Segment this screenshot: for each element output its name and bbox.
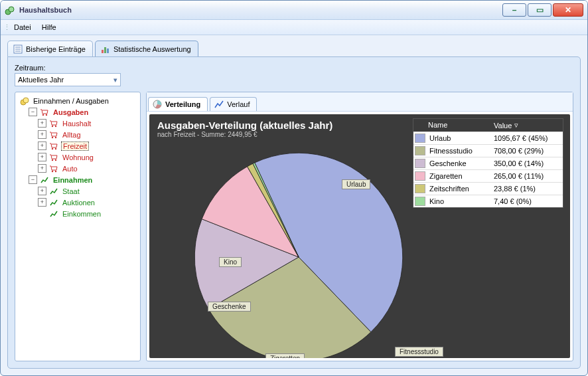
income-icon [48, 187, 59, 196]
legend-name: Zeitschriften [427, 183, 491, 194]
period-row: Zeitraum: Aktuelles Jahr ▾ [15, 64, 573, 86]
svg-point-16 [55, 136, 56, 138]
svg-point-17 [52, 147, 53, 149]
expand-icon[interactable]: + [38, 153, 46, 161]
svg-point-15 [52, 136, 53, 138]
cart-icon [48, 164, 59, 173]
legend-swatch [415, 159, 425, 168]
svg-point-13 [52, 125, 53, 126]
legend-header-name[interactable]: Name [425, 119, 491, 132]
tree-auto[interactable]: +Auto [38, 163, 139, 174]
expand-icon[interactable]: + [38, 198, 46, 207]
slice-label: Fitnessstudio [395, 347, 443, 357]
collapse-icon[interactable]: − [29, 175, 37, 184]
legend-header-value[interactable]: Value▿ [491, 119, 563, 132]
legend-row[interactable]: Zeitschriften23,88 € (1%) [413, 182, 563, 195]
slice-label: Kino [219, 257, 242, 267]
tree-item-label: Wohnung [61, 153, 95, 161]
svg-point-10 [23, 98, 29, 103]
tab-label: Bisherige Einträge [26, 45, 86, 53]
menu-hilfe[interactable]: Hilfe [37, 22, 62, 33]
expand-icon[interactable]: + [38, 119, 46, 128]
sub-tabs: Verteilung Verlauf [147, 92, 573, 112]
period-select[interactable]: Aktuelles Jahr ▾ [15, 73, 121, 86]
expand-icon[interactable]: + [38, 130, 46, 139]
cart-icon [48, 119, 59, 128]
legend-value: 265,00 € (11%) [491, 171, 563, 181]
expand-icon[interactable]: + [38, 187, 46, 195]
close-button[interactable]: ✕ [553, 3, 583, 17]
income-icon [39, 175, 50, 185]
tree-haushalt[interactable]: +Haushalt [38, 118, 139, 129]
tree-auktionen[interactable]: +Auktionen [38, 197, 139, 208]
legend-value: 350,00 € (14%) [491, 158, 563, 169]
chevron-down-icon: ▾ [113, 76, 117, 84]
tab-panel-stats: Zeitraum: Aktuelles Jahr ▾ Einnahmen / A… [7, 56, 581, 369]
tree-einkommen[interactable]: Einkommen [38, 208, 139, 219]
svg-point-14 [55, 125, 56, 126]
legend-row[interactable]: Zigaretten265,00 € (11%) [413, 169, 563, 182]
bar-chart-icon [101, 45, 110, 54]
income-icon [48, 198, 59, 207]
minimize-button[interactable]: – [502, 3, 526, 17]
svg-rect-7 [104, 47, 106, 53]
legend-value: 23,88 € (1%) [491, 183, 563, 194]
tree-root[interactable]: Einnahmen / Ausgaben [19, 95, 139, 106]
tree-item-label: Freizeit [61, 141, 89, 151]
legend-swatch [415, 146, 425, 155]
chart-area: Ausgaben-Verteilung (aktuelles Jahr) nac… [149, 114, 570, 358]
pie-chart [189, 147, 408, 358]
legend-name: Zigaretten [427, 171, 491, 181]
category-tree[interactable]: Einnahmen / Ausgaben − Ausgaben +Haushal… [15, 92, 141, 361]
svg-point-1 [9, 7, 14, 12]
tree-item-label: Auktionen [61, 199, 96, 207]
legend-value: 7,40 € (0%) [491, 196, 563, 207]
legend-header: Name Value▿ [413, 119, 563, 132]
svg-point-11 [42, 114, 44, 115]
expand-icon[interactable]: + [38, 164, 46, 173]
tree-alltag[interactable]: +Alltag [38, 129, 139, 140]
tab-statistische-auswertung[interactable]: Statistische Auswertung [95, 41, 198, 56]
tree-einnahmen[interactable]: − Einnahmen [29, 174, 139, 185]
expand-icon[interactable]: + [38, 141, 46, 150]
app-icon [5, 5, 15, 15]
legend-name: Geschenke [427, 158, 491, 169]
legend-name: Urlaub [427, 133, 491, 143]
tab-bisherige-eintraege[interactable]: Bisherige Einträge [7, 41, 93, 56]
tree-item-label: Staat [61, 187, 81, 195]
tree-root-label: Einnahmen / Ausgaben [32, 97, 110, 105]
body-split: Einnahmen / Ausgaben − Ausgaben +Haushal… [15, 92, 573, 361]
titlebar: Haushaltsbuch – ▭ ✕ [1, 1, 587, 20]
tree-wohnung[interactable]: +Wohnung [38, 151, 139, 163]
tree-staat[interactable]: +Staat [38, 185, 139, 197]
tree-freizeit[interactable]: +Freizeit [38, 140, 139, 151]
legend-row[interactable]: Geschenke350,00 € (14%) [413, 157, 563, 169]
svg-rect-6 [102, 50, 104, 53]
menu-datei[interactable]: Datei [9, 22, 37, 33]
cart-icon [48, 153, 59, 162]
tree-einnahmen-label: Einnahmen [52, 176, 94, 184]
subtab-label: Verteilung [165, 100, 200, 108]
cart-icon [48, 141, 59, 151]
line-chart-icon [214, 100, 224, 109]
legend-row[interactable]: Urlaub1095,67 € (45%) [413, 132, 563, 144]
legend-row[interactable]: Kino7,40 € (0%) [413, 195, 563, 207]
maximize-button[interactable]: ▭ [528, 3, 551, 17]
subtab-verlauf[interactable]: Verlauf [210, 97, 257, 111]
subtab-verteilung[interactable]: Verteilung [148, 97, 208, 111]
legend-row[interactable]: Fitnessstudio708,00 € (29%) [413, 144, 563, 157]
tree-item-label: Einkommen [61, 210, 102, 218]
tree-ausgaben[interactable]: − Ausgaben [29, 106, 139, 118]
period-value: Aktuelles Jahr [18, 76, 64, 84]
tree-item-label: Alltag [61, 131, 82, 139]
collapse-icon[interactable]: − [29, 108, 37, 116]
legend-name: Fitnessstudio [427, 145, 491, 156]
legend-swatch [415, 134, 425, 143]
main-tabs: Bisherige Einträge Statistische Auswertu… [7, 38, 581, 56]
app-window: Haushaltsbuch – ▭ ✕ ⋮ Datei Hilfe Bisher… [0, 0, 588, 376]
legend-swatch [415, 197, 425, 206]
window-title: Haushaltsbuch [19, 6, 72, 14]
svg-point-21 [52, 170, 53, 171]
period-label: Zeitraum: [15, 64, 573, 72]
svg-rect-8 [107, 48, 109, 53]
